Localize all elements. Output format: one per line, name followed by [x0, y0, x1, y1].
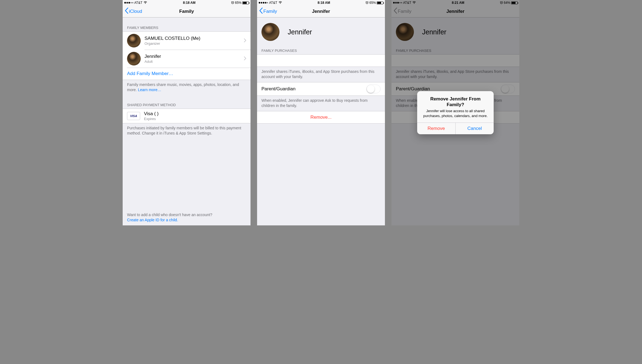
- create-child-id-link[interactable]: Create an Apple ID for a child.: [127, 218, 178, 222]
- purchases-footer: Jennifer shares iTunes, iBooks, and App …: [257, 67, 385, 82]
- alarm-icon: [231, 1, 234, 5]
- status-left: AT&T: [124, 1, 147, 5]
- chevron-left-icon: [125, 8, 128, 15]
- status-bar: AT&T 8:18 AM 65%: [257, 0, 385, 5]
- wifi-icon: [143, 1, 147, 4]
- back-button[interactable]: Family: [259, 8, 277, 15]
- guardian-row[interactable]: Parent/Guardian: [257, 82, 385, 96]
- signal-icon: [124, 2, 133, 4]
- nav-bar: Family Jennifer: [257, 5, 385, 17]
- profile-block: Jennifer: [257, 17, 385, 47]
- screen-member-detail: AT&T 8:18 AM 65% Family Jennifer Jennife…: [257, 0, 385, 225]
- member-role: Adult: [145, 59, 244, 64]
- chevron-right-icon: [244, 38, 246, 44]
- member-row[interactable]: SAMUEL COSTELLO (Me) Organizer: [123, 32, 251, 50]
- chevron-left-icon: [259, 8, 263, 15]
- members-footer: Family members share music, movies, apps…: [123, 80, 251, 95]
- avatar: [127, 34, 141, 47]
- carrier-label: AT&T: [134, 1, 143, 5]
- status-bar: AT&T 8:18 AM 65%: [123, 0, 251, 5]
- card-label: Visa ( ): [144, 111, 246, 117]
- screen-family: AT&T 8:18 AM 65% iCloud Family FAMILY ME…: [123, 0, 251, 225]
- guardian-switch[interactable]: [366, 85, 381, 93]
- back-label: Family: [263, 9, 277, 14]
- status-time: 8:18 AM: [318, 1, 330, 5]
- section-header-members: FAMILY MEMBERS: [123, 17, 251, 31]
- alert-dialog: Remove Jennifer From Family? Jennifer wi…: [417, 91, 494, 135]
- status-right: 65%: [366, 1, 383, 5]
- add-member-button[interactable]: Add Family Member…: [123, 68, 251, 80]
- modal-overlay: Remove Jennifer From Family? Jennifer wi…: [391, 0, 519, 225]
- card-brand-icon: VISA: [127, 112, 140, 120]
- member-name: SAMUEL COSTELLO (Me): [145, 36, 244, 41]
- alert-message: Jennifer will lose access to all shared …: [422, 109, 489, 118]
- member-name: Jennifer: [145, 54, 244, 59]
- guardian-footer: When enabled, Jennifer can approve Ask t…: [257, 96, 385, 111]
- guardian-group: Parent/Guardian: [257, 82, 385, 96]
- guardian-label: Parent/Guardian: [261, 86, 366, 92]
- bottom-question: Want to add a child who doesn't have an …: [127, 212, 246, 217]
- alarm-icon: [366, 1, 369, 5]
- learn-more-link[interactable]: Learn more…: [138, 88, 161, 92]
- screen-remove-alert: AT&T 8:21 AM 64% Family Jennifer Jennife…: [391, 0, 519, 225]
- remove-button[interactable]: Remove...: [257, 111, 385, 123]
- member-role: Organizer: [145, 41, 244, 46]
- remove-label: Remove...: [261, 115, 381, 120]
- battery-icon: [377, 1, 383, 4]
- alert-title: Remove Jennifer From Family?: [422, 96, 489, 108]
- payment-group: VISA Visa ( ) Expires: [123, 109, 251, 123]
- payment-row[interactable]: VISA Visa ( ) Expires: [123, 109, 251, 123]
- battery-percent: 65%: [369, 1, 376, 5]
- remove-group: Remove...: [257, 111, 385, 124]
- signal-icon: [259, 2, 268, 4]
- status-time: 8:18 AM: [183, 1, 196, 5]
- alert-cancel-button[interactable]: Cancel: [455, 123, 494, 134]
- profile-name: Jennifer: [288, 28, 312, 36]
- battery-percent: 65%: [235, 1, 242, 5]
- battery-icon: [242, 1, 249, 4]
- section-header-purchases: FAMILY PURCHASES: [257, 47, 385, 54]
- status-left: AT&T: [259, 1, 282, 5]
- purchases-group: [257, 54, 385, 67]
- card-expires: Expires: [144, 117, 246, 121]
- member-row[interactable]: Jennifer Adult: [123, 50, 251, 68]
- back-button[interactable]: iCloud: [125, 8, 142, 15]
- purchases-row[interactable]: [257, 55, 385, 67]
- wifi-icon: [278, 1, 282, 4]
- bottom-prompt: Want to add a child who doesn't have an …: [127, 212, 246, 223]
- alert-remove-button[interactable]: Remove: [417, 123, 455, 134]
- back-label: iCloud: [129, 9, 142, 14]
- members-group: SAMUEL COSTELLO (Me) Organizer Jennifer …: [123, 31, 251, 80]
- section-header-payment: SHARED PAYMENT METHOD: [123, 95, 251, 109]
- payment-footer: Purchases initiated by family members wi…: [123, 123, 251, 139]
- add-member-label: Add Family Member…: [127, 71, 173, 76]
- avatar: [127, 52, 141, 65]
- status-right: 65%: [231, 1, 249, 5]
- carrier-label: AT&T: [269, 1, 277, 5]
- nav-bar: iCloud Family: [123, 5, 251, 17]
- chevron-right-icon: [244, 56, 246, 62]
- avatar: [261, 23, 279, 41]
